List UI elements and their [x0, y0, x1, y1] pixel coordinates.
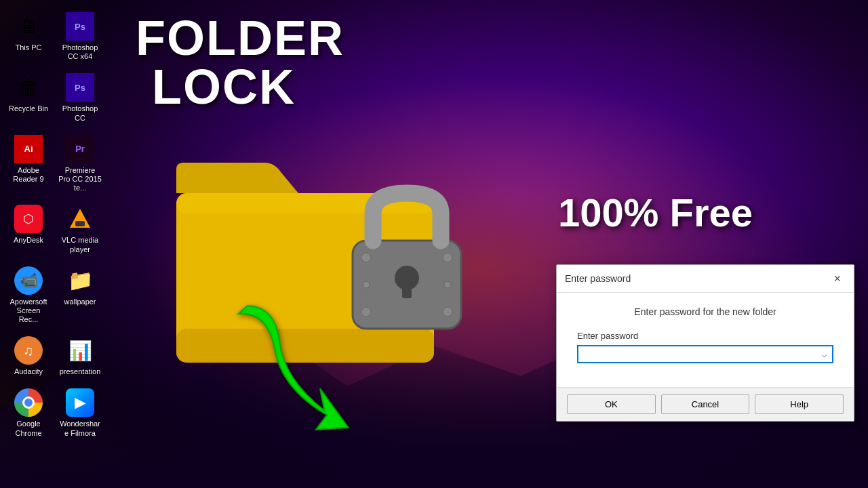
desktop-icons: 🖥 This PC Ps Photoshop CC x64 🗑 Recycle … [0, 0, 108, 488]
dialog-titlebar: Enter password ✕ [557, 265, 854, 293]
desktop-icon-recycle-bin[interactable]: 🗑 Recycle Bin [3, 68, 54, 127]
svg-point-6 [361, 253, 371, 262]
recycle-bin-icon: 🗑 [14, 73, 43, 102]
dialog-subtitle: Enter password for the new folder [577, 306, 833, 317]
vlc-label: VLC media player [58, 236, 102, 253]
desktop-icon-audacity[interactable]: ♫ Audacity [3, 331, 54, 382]
anydesk-label: AnyDesk [14, 236, 43, 245]
thispc-label: This PC [15, 43, 41, 52]
dropdown-icon[interactable]: ⌵ [822, 350, 827, 359]
icon-row-2: Ai Adobe Reader 9 Pr Premiere Pro CC 201… [3, 129, 105, 199]
icon-row-3: ⬡ AnyDesk VLC media player [3, 199, 105, 259]
vlc-icon [66, 205, 94, 233]
recycle-bin-label: Recycle Bin [9, 104, 48, 113]
desktop-icon-apowersoft[interactable]: 📹 Apowersoft Screen Rec... [3, 261, 54, 330]
svg-point-7 [443, 253, 452, 262]
anydesk-icon: ⬡ [14, 205, 43, 233]
thispc-icon: 🖥 [14, 12, 43, 41]
desktop-icon-adobe-reader[interactable]: Ai Adobe Reader 9 [3, 129, 54, 199]
chrome-icon [14, 388, 43, 417]
dialog-title: Enter password [565, 273, 631, 284]
filmora-label: Wondershare Filmora [58, 420, 102, 437]
dialog-password-label: Enter password [577, 331, 833, 341]
ps-icon: Ps [66, 73, 94, 102]
apowersoft-icon: 📹 [14, 266, 43, 295]
adobe-reader-icon: Ai [14, 135, 43, 163]
wallpaper-label: wallpaper [64, 298, 96, 306]
dialog-ok-button[interactable]: OK [567, 394, 656, 414]
desktop-icon-photoshop-cc[interactable]: Ps Photoshop CC [55, 68, 105, 127]
svg-point-11 [444, 281, 451, 288]
adobe-reader-label: Adobe Reader 9 [7, 166, 50, 184]
icon-row-0: 🖥 This PC Ps Photoshop CC x64 [3, 7, 105, 66]
dialog-help-button[interactable]: Help [755, 394, 844, 414]
desktop-icon-filmora[interactable]: ▶ Wondershare Filmora [55, 383, 105, 443]
desktop-icon-vlc[interactable]: VLC media player [55, 199, 105, 259]
dialog-body: Enter password for the new folder Enter … [557, 293, 854, 387]
free-text: 100% Free [558, 190, 753, 235]
presentation-label: presentation [60, 367, 101, 376]
filmora-icon: ▶ [66, 388, 94, 417]
icon-row-6: Google Chrome ▶ Wondershare Filmora [3, 383, 105, 443]
desktop-icon-photoshop-cc-x64[interactable]: Ps Photoshop CC x64 [55, 7, 105, 66]
enter-password-dialog: Enter password ✕ Enter password for the … [556, 264, 854, 422]
svg-rect-13 [75, 221, 85, 226]
desktop-icon-google-chrome[interactable]: Google Chrome [3, 383, 54, 443]
dialog-password-input[interactable] [584, 349, 822, 359]
dialog-footer: OK Cancel Help [557, 387, 854, 421]
apowersoft-label: Apowersoft Screen Rec... [7, 298, 50, 325]
dialog-close-button[interactable]: ✕ [829, 270, 846, 287]
icon-row-1: 🗑 Recycle Bin Ps Photoshop CC [3, 68, 105, 127]
desktop-icon-wallpaper[interactable]: 📁 wallpaper [55, 261, 105, 330]
ps-label: Photoshop CC [58, 104, 102, 122]
chrome-label: Google Chrome [7, 420, 50, 437]
premiere-pro-label: Premiere Pro CC 2015 te... [58, 166, 102, 193]
presentation-icon: 📊 [66, 336, 94, 365]
dialog-input-container: ⌵ [577, 345, 833, 363]
audacity-label: Audacity [14, 367, 43, 376]
desktop-icon-presentation[interactable]: 📊 presentation [55, 331, 105, 382]
dialog-cancel-button[interactable]: Cancel [661, 394, 750, 414]
premiere-pro-icon: Pr [66, 135, 94, 163]
svg-point-10 [363, 281, 370, 288]
svg-point-9 [443, 307, 452, 317]
icon-row-5: ♫ Audacity 📊 presentation [3, 331, 105, 382]
svg-rect-5 [402, 281, 412, 298]
desktop-icon-anydesk[interactable]: ⬡ AnyDesk [3, 199, 54, 259]
svg-point-8 [361, 307, 371, 317]
ps-icon-x64: Ps [66, 12, 94, 41]
desktop-icon-premiere-pro[interactable]: Pr Premiere Pro CC 2015 te... [55, 129, 105, 199]
wallpaper-folder-icon: 📁 [66, 266, 94, 295]
audacity-icon: ♫ [14, 336, 43, 365]
desktop-icon-this-pc[interactable]: 🖥 This PC [3, 7, 54, 66]
icon-row-4: 📹 Apowersoft Screen Rec... 📁 wallpaper [3, 261, 105, 330]
ps-x64-label: Photoshop CC x64 [58, 43, 102, 61]
